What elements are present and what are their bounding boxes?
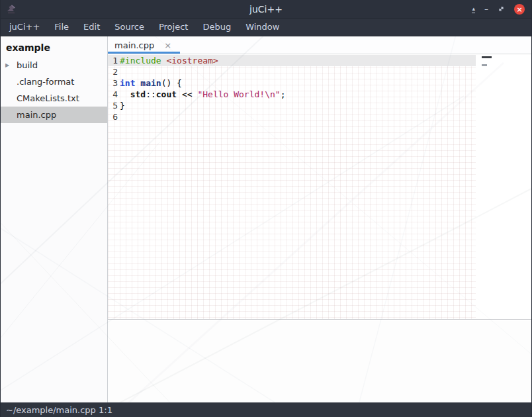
- window-title: juCi++: [249, 4, 283, 15]
- menu-item-window[interactable]: Window: [238, 19, 287, 36]
- line-number: 5: [108, 100, 118, 111]
- minimize-icon[interactable]: –: [484, 5, 488, 13]
- tab-close-icon[interactable]: ×: [164, 40, 171, 50]
- tree-item-cmakelists-txt[interactable]: CMakeLists.txt: [1, 90, 107, 107]
- tab-bar: main.cpp ×: [108, 36, 531, 54]
- menubar: juCi++FileEditSourceProjectDebugWindow: [1, 19, 531, 36]
- menu-item-edit[interactable]: Edit: [76, 19, 107, 36]
- code-line-3[interactable]: 3int main() {: [108, 77, 476, 89]
- line-text: #include <iostream>: [118, 55, 218, 66]
- line-text: int main() {: [118, 77, 182, 89]
- tree-item-clang-format[interactable]: .clang-format: [1, 73, 107, 90]
- tree-item-label: build: [17, 60, 38, 70]
- line-number: 3: [108, 77, 118, 89]
- file-tree: ▶build.clang-formatCMakeLists.txtmain.cp…: [1, 57, 107, 123]
- line-text: }: [118, 100, 125, 111]
- content-area: example ▶build.clang-formatCMakeLists.tx…: [1, 36, 531, 402]
- menu-item-source[interactable]: Source: [107, 19, 152, 36]
- tree-item-label: .clang-format: [17, 77, 74, 87]
- code-line-1[interactable]: 1#include <iostream>: [108, 55, 476, 66]
- line-number: 2: [108, 66, 118, 77]
- expander-icon[interactable]: ▶: [5, 57, 9, 73]
- code-area[interactable]: 1#include <iostream>23int main() {4 std:…: [108, 55, 476, 319]
- tab-label: main.cpp: [114, 40, 154, 50]
- menu-item-project[interactable]: Project: [152, 19, 195, 36]
- line-number: 6: [108, 111, 118, 122]
- project-root[interactable]: example: [1, 39, 107, 57]
- code-line-2[interactable]: 2: [108, 66, 476, 77]
- menu-item-debug[interactable]: Debug: [195, 19, 238, 36]
- code-line-4[interactable]: 4 std::cout << "Hello World!\n";: [108, 89, 476, 100]
- code-line-6[interactable]: 6: [108, 111, 476, 122]
- minimap-mark: [482, 56, 492, 58]
- line-text: [118, 66, 120, 77]
- line-number: 1: [108, 55, 118, 66]
- status-bar: ~/example/main.cpp 1:1: [1, 402, 531, 417]
- tree-item-build[interactable]: ▶build: [1, 57, 107, 73]
- tab-main-cpp[interactable]: main.cpp ×: [108, 36, 180, 54]
- editor-panel: main.cpp × 1#include <iostream>23int mai…: [108, 36, 531, 402]
- tree-item-label: CMakeLists.txt: [17, 93, 79, 103]
- app-window: juCi++ ▴ – × juCi++FileEditSourceProject…: [0, 0, 532, 417]
- line-number: 4: [108, 89, 118, 100]
- status-text: ~/example/main.cpp 1:1: [6, 405, 112, 415]
- menu-item-file[interactable]: File: [47, 19, 76, 36]
- tree-item-label: main.cpp: [17, 110, 56, 120]
- window-controls: ▴ – ×: [472, 0, 525, 19]
- app-icon: [5, 3, 17, 15]
- file-tree-panel: example ▶build.clang-formatCMakeLists.tx…: [1, 36, 108, 402]
- line-text: std::cout << "Hello World!\n";: [118, 89, 285, 100]
- close-button[interactable]: ×: [514, 4, 525, 15]
- restore-icon[interactable]: [498, 5, 505, 14]
- tree-item-main-cpp[interactable]: main.cpp: [1, 107, 107, 123]
- code-line-5[interactable]: 5}: [108, 100, 476, 111]
- keep-above-icon[interactable]: ▴: [472, 6, 475, 13]
- code-editor[interactable]: 1#include <iostream>23int main() {4 std:…: [108, 54, 531, 319]
- output-panel: [108, 321, 531, 402]
- line-text: [118, 111, 120, 122]
- menu-item-juci[interactable]: juCi++: [2, 19, 47, 36]
- minimap-mark: [482, 64, 487, 66]
- titlebar[interactable]: juCi++ ▴ – ×: [1, 0, 531, 19]
